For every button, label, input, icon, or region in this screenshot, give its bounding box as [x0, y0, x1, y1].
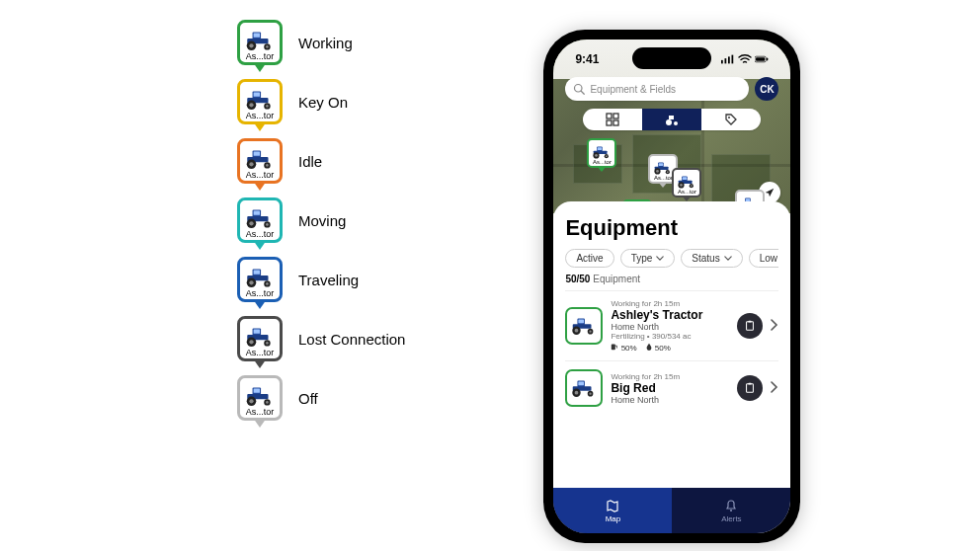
- equipment-stats: 50% 50%: [611, 343, 729, 353]
- legend-pin-idle: As...tor: [237, 138, 283, 184]
- seg-fields[interactable]: [583, 109, 642, 130]
- svg-rect-23: [728, 56, 730, 63]
- map-icon: [606, 499, 619, 512]
- nav-alerts[interactable]: Alerts: [672, 488, 790, 533]
- nav-map[interactable]: Map: [553, 488, 672, 533]
- seg-equipment[interactable]: [642, 109, 701, 130]
- tractor-icon: [652, 161, 674, 175]
- filter-chip[interactable]: Status: [681, 249, 742, 268]
- tractor-icon: [591, 145, 612, 159]
- search-row: Equipment & Fields CK: [553, 77, 790, 101]
- bottom-nav: Map Alerts: [553, 488, 790, 533]
- chevron-down-icon: [724, 256, 732, 261]
- legend-row-idle: As...tor Idle: [237, 138, 405, 184]
- search-input[interactable]: Equipment & Fields: [565, 77, 749, 101]
- pin-text: As...tor: [246, 229, 275, 239]
- equipment-status: Working for 2h 15m: [611, 372, 729, 381]
- tractor-icon: [243, 267, 277, 288]
- details-button[interactable]: [737, 313, 763, 339]
- legend-row-traveling: As...tor Traveling: [237, 257, 405, 302]
- battery-icon: [755, 54, 769, 64]
- legend-label-working: Working: [298, 35, 353, 51]
- svg-rect-22: [725, 58, 727, 63]
- equipment-sheet[interactable]: Equipment ActiveTypeStatusLow F 50/50 Eq…: [553, 201, 790, 488]
- tractor-icon: [243, 30, 277, 51]
- equipment-location: Home North: [611, 395, 729, 405]
- chevron-right-icon[interactable]: [771, 379, 778, 397]
- svg-rect-21: [721, 60, 723, 64]
- status-time: 9:41: [575, 52, 599, 66]
- equipment-thumb: [565, 369, 603, 407]
- pin-text: As...tor: [593, 159, 612, 165]
- legend-row-off: As...tor Off: [237, 375, 405, 421]
- tractor-icon: [676, 175, 697, 189]
- fuel-icon: [611, 343, 618, 351]
- equipment-task: Fertilizing • 390/534 ac: [611, 332, 729, 341]
- seg-tags[interactable]: [701, 109, 761, 130]
- avatar[interactable]: CK: [755, 77, 778, 101]
- equipment-actions: [737, 313, 778, 339]
- legend-label-off: Off: [298, 390, 318, 407]
- equipment-item[interactable]: Working for 2h 15m Big Red Home North: [565, 360, 778, 415]
- legend-pin-moving: As...tor: [237, 197, 283, 243]
- filter-chips: ActiveTypeStatusLow F: [565, 249, 778, 268]
- details-button[interactable]: [737, 375, 763, 401]
- legend-pin-off: As...tor: [237, 375, 283, 421]
- search-placeholder: Equipment & Fields: [590, 84, 676, 95]
- legend-label-moving: Moving: [298, 212, 346, 229]
- chevron-down-icon: [656, 256, 664, 261]
- pin-text: As...tor: [678, 189, 696, 195]
- status-legend: As...tor Working As...tor Key On As...to…: [237, 20, 405, 434]
- legend-row-working: As...tor Working: [237, 20, 405, 65]
- equipment-actions: [737, 375, 778, 401]
- legend-pin-working: As...tor: [237, 20, 283, 65]
- pin-text: As...tor: [654, 175, 673, 181]
- legend-row-lost: As...tor Lost Connection: [237, 316, 405, 361]
- svg-rect-24: [732, 55, 734, 64]
- legend-label-idle: Idle: [298, 153, 322, 170]
- status-icons: [721, 54, 769, 64]
- pin-text: As...tor: [246, 348, 275, 357]
- sheet-title: Equipment: [565, 215, 778, 241]
- map-pin[interactable]: As...tor: [672, 168, 701, 197]
- clipboard-icon: [744, 382, 756, 394]
- pin-text: As...tor: [246, 51, 275, 61]
- filter-chip[interactable]: Low F: [749, 249, 779, 268]
- phone-notch: [632, 47, 711, 69]
- pin-text: As...tor: [246, 407, 275, 417]
- view-segmented-control[interactable]: [583, 109, 761, 130]
- filter-chip[interactable]: Active: [565, 249, 613, 268]
- legend-row-keyon: As...tor Key On: [237, 79, 405, 124]
- tractor-icon: [243, 207, 277, 229]
- drop-icon: [645, 343, 653, 351]
- tractor-icon: [569, 315, 599, 337]
- pin-text: As...tor: [246, 288, 275, 298]
- equipment-location: Home North: [611, 322, 729, 332]
- tractor-icon: [243, 326, 277, 348]
- legend-pin-keyon: As...tor: [237, 79, 283, 124]
- signal-icon: [721, 54, 735, 64]
- equipment-name: Big Red: [611, 381, 729, 395]
- filter-chip[interactable]: Type: [620, 249, 676, 268]
- wifi-icon: [738, 54, 752, 64]
- pin-text: As...tor: [246, 170, 275, 180]
- svg-rect-27: [767, 58, 768, 61]
- equipment-name: Ashley's Tractor: [611, 308, 729, 322]
- legend-label-traveling: Traveling: [298, 272, 359, 288]
- equipment-status: Working for 2h 15m: [611, 299, 729, 308]
- search-icon: [573, 83, 585, 95]
- equipment-count: 50/50 Equipment: [565, 274, 778, 284]
- equipment-body: Working for 2h 15m Big Red Home North: [611, 372, 729, 405]
- svg-rect-26: [756, 57, 765, 61]
- legend-label-lost: Lost Connection: [298, 331, 405, 348]
- chevron-right-icon[interactable]: [771, 317, 778, 335]
- equipment-list: Working for 2h 15m Ashley's Tractor Home…: [565, 290, 778, 415]
- map-pin[interactable]: As...tor: [587, 138, 616, 168]
- phone-frame: 9:41 Equipment & Fields CK: [543, 30, 800, 543]
- tractor-icon: [569, 377, 599, 399]
- legend-row-moving: As...tor Moving: [237, 197, 405, 243]
- equipment-body: Working for 2h 15m Ashley's Tractor Home…: [611, 299, 729, 353]
- pin-text: As...tor: [246, 111, 275, 120]
- equipment-item[interactable]: Working for 2h 15m Ashley's Tractor Home…: [565, 290, 778, 360]
- bell-icon: [724, 499, 738, 512]
